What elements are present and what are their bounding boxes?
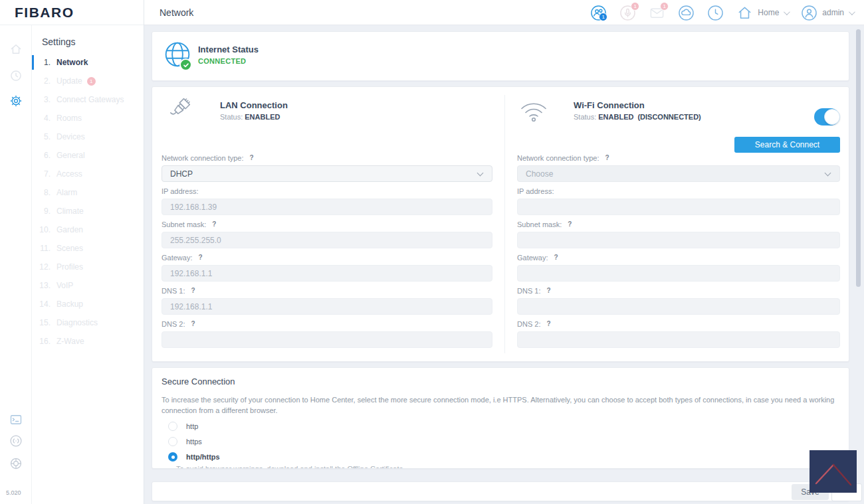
sidebar-item-z-wave[interactable]: 16. Z-Wave bbox=[32, 332, 144, 351]
menu-item-label: VoIP bbox=[56, 281, 73, 290]
lan-subnet-mask-input[interactable] bbox=[162, 232, 492, 248]
scrollbar-thumb[interactable] bbox=[856, 29, 861, 287]
internet-status-value: CONNECTED bbox=[198, 57, 246, 65]
help-icon[interactable]: ? bbox=[250, 154, 254, 161]
user-menu-label: admin bbox=[822, 8, 844, 17]
radio-icon[interactable] bbox=[168, 437, 177, 446]
menu-item-number: 1. bbox=[32, 58, 51, 67]
sidebar-item-profiles[interactable]: 12. Profiles bbox=[32, 258, 144, 276]
sidebar-item-access[interactable]: 7. Access bbox=[32, 165, 144, 183]
wifi-dns-1-input[interactable] bbox=[517, 298, 840, 315]
wifi-field-ip-address: IP address: bbox=[517, 187, 840, 215]
sidebar-item-update[interactable]: 2. Update 1 bbox=[32, 72, 144, 90]
scrollbar bbox=[856, 27, 861, 504]
help-icon[interactable]: ? bbox=[605, 154, 609, 161]
icon-rail: 5.020 bbox=[0, 25, 32, 504]
lan-field-ip-address: IP address: bbox=[162, 187, 492, 215]
radio-option-http[interactable]: http bbox=[168, 422, 198, 431]
wifi-toggle[interactable] bbox=[814, 108, 839, 126]
lan-field-network-connection-type: Network connection type: ? DHCP bbox=[162, 153, 492, 182]
help-icon[interactable]: ? bbox=[546, 320, 550, 327]
wifi-gateway-input[interactable] bbox=[517, 265, 840, 282]
menu-item-number: 15. bbox=[32, 318, 51, 327]
update-badge: 1 bbox=[87, 77, 96, 86]
api-icon[interactable] bbox=[9, 434, 23, 448]
help-icon[interactable]: ? bbox=[191, 320, 195, 327]
settings-gear-icon[interactable] bbox=[9, 94, 23, 108]
help-icon[interactable]: ? bbox=[198, 254, 202, 261]
internet-status-card: Internet Status CONNECTED bbox=[152, 31, 849, 81]
help-icon[interactable]: ? bbox=[554, 254, 558, 261]
field-label: DNS 2: bbox=[162, 320, 185, 328]
menu-item-label: General bbox=[56, 151, 85, 160]
voip-badge: 1 bbox=[631, 2, 639, 11]
sidebar-item-diagnostics[interactable]: 15. Diagnostics bbox=[32, 313, 144, 332]
wifi-icon bbox=[518, 98, 549, 124]
wifi-fields: Network connection type: ? Choose IP add… bbox=[517, 153, 840, 353]
field-label: IP address: bbox=[517, 187, 554, 195]
lan-title: LAN Connection bbox=[220, 100, 288, 110]
search-connect-button[interactable]: Search & Connect bbox=[734, 137, 840, 153]
wifi-network-connection-type-select[interactable]: Choose bbox=[517, 165, 840, 182]
sidebar-item-alarm[interactable]: 8. Alarm bbox=[32, 183, 144, 202]
home-selector[interactable]: Home bbox=[736, 5, 788, 21]
help-icon[interactable]: ? bbox=[191, 287, 195, 294]
field-label: DNS 1: bbox=[517, 287, 540, 295]
lan-network-connection-type-select[interactable]: DHCP bbox=[162, 165, 492, 182]
menu-item-label: Network bbox=[56, 58, 88, 67]
wifi-subnet-mask-input[interactable] bbox=[517, 232, 840, 248]
sidebar-item-general[interactable]: 6. General bbox=[32, 146, 144, 165]
help-icon[interactable]: ? bbox=[212, 220, 216, 228]
terminal-icon[interactable] bbox=[9, 413, 23, 426]
sidebar-item-garden[interactable]: 10. Garden bbox=[32, 220, 144, 239]
wifi-dns-2-input[interactable] bbox=[517, 331, 840, 348]
messages-icon[interactable]: 1 bbox=[649, 5, 665, 21]
sidebar-item-backup[interactable]: 14. Backup bbox=[32, 295, 144, 313]
wifi-field-dns-2: DNS 2: ? bbox=[517, 319, 840, 348]
sidebar-item-scenes[interactable]: 11. Scenes bbox=[32, 239, 144, 258]
menu-item-number: 4. bbox=[32, 114, 51, 123]
menu-item-number: 14. bbox=[32, 299, 51, 309]
fibaro-logo: FIBARO bbox=[15, 5, 74, 21]
voip-icon[interactable]: 1 bbox=[619, 5, 636, 21]
hub-icon[interactable] bbox=[9, 457, 23, 470]
lan-ip-address-input[interactable] bbox=[162, 199, 492, 215]
sidebar-item-voip[interactable]: 13. VoIP bbox=[32, 276, 144, 295]
globe-icon bbox=[163, 41, 194, 71]
wifi-ip-address-input[interactable] bbox=[517, 199, 840, 215]
radio-option-https[interactable]: https bbox=[168, 437, 202, 446]
wifi-field-gateway: Gateway: ? bbox=[517, 253, 840, 282]
menu-item-number: 7. bbox=[32, 169, 51, 179]
sidebar-item-connect-gateways[interactable]: 3. Connect Gateways bbox=[32, 90, 144, 109]
users-icon[interactable]: 1 bbox=[590, 5, 607, 21]
user-menu[interactable]: admin bbox=[801, 5, 853, 21]
menu-item-label: Access bbox=[56, 169, 82, 179]
lan-dns-1-input[interactable] bbox=[162, 298, 492, 315]
field-label: Network connection type: bbox=[162, 154, 244, 162]
sidebar-item-network[interactable]: 1. Network bbox=[32, 53, 144, 72]
field-label: Gateway: bbox=[517, 254, 548, 262]
clock-icon[interactable] bbox=[707, 5, 724, 21]
sidebar-item-devices[interactable]: 5. Devices bbox=[32, 127, 144, 146]
menu-item-label: Backup bbox=[56, 299, 83, 309]
sidebar-item-climate[interactable]: 9. Climate bbox=[32, 202, 144, 220]
select-value: DHCP bbox=[170, 169, 193, 179]
wifi-status: Status:ENABLED(DISCONNECTED) bbox=[574, 113, 701, 121]
radio-icon[interactable] bbox=[168, 452, 177, 462]
menu-item-label: Profiles bbox=[56, 262, 83, 272]
field-label: IP address: bbox=[162, 187, 198, 195]
radio-icon[interactable] bbox=[168, 422, 177, 431]
home-icon[interactable] bbox=[9, 42, 23, 56]
help-icon[interactable]: ? bbox=[568, 220, 572, 228]
lan-dns-2-input[interactable] bbox=[162, 331, 492, 348]
cloud-icon[interactable] bbox=[678, 5, 695, 21]
menu-item-number: 3. bbox=[32, 95, 51, 104]
help-icon[interactable]: ? bbox=[546, 287, 550, 294]
menu-item-number: 8. bbox=[32, 188, 51, 197]
history-icon[interactable] bbox=[9, 69, 23, 82]
messages-badge: 1 bbox=[660, 2, 669, 11]
settings-menu-title: Settings bbox=[42, 37, 76, 47]
radio-option-http-https[interactable]: http/https bbox=[168, 452, 220, 462]
lan-gateway-input[interactable] bbox=[162, 265, 492, 282]
sidebar-item-rooms[interactable]: 4. Rooms bbox=[32, 109, 144, 127]
